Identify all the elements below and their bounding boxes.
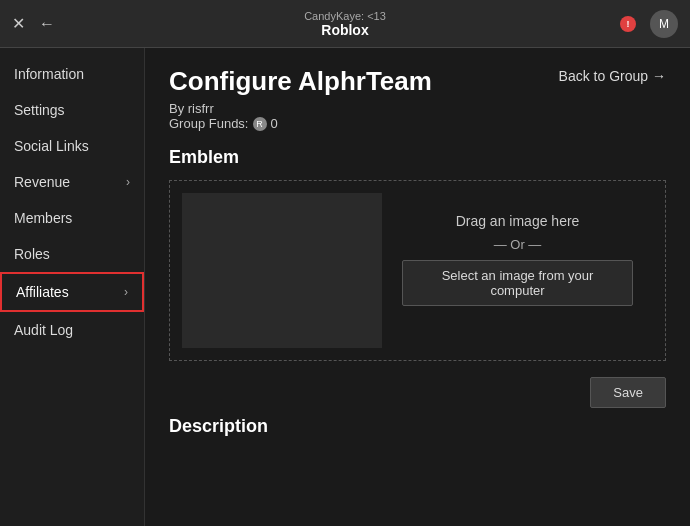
close-icon[interactable]: ✕ [12, 14, 25, 33]
sidebar-item-affiliates[interactable]: Affiliates › [0, 272, 144, 312]
sidebar-item-information[interactable]: Information [0, 56, 144, 92]
robux-icon: R [253, 117, 267, 131]
description-section: Description [169, 416, 666, 437]
author-label: By risfrr [169, 101, 666, 116]
chevron-right-icon: › [126, 175, 130, 189]
save-area: Save [169, 377, 666, 408]
save-button[interactable]: Save [590, 377, 666, 408]
main-layout: Information Settings Social Links Revenu… [0, 48, 690, 526]
content-area: Back to Group → Configure AlphrTeam By r… [145, 48, 690, 526]
top-bar-left: ✕ ← [12, 14, 55, 33]
notification-badge: ! [620, 16, 636, 32]
back-to-group-link[interactable]: Back to Group → [559, 68, 666, 84]
sidebar-item-roles[interactable]: Roles [0, 236, 144, 272]
group-funds: Group Funds: R 0 [169, 116, 666, 131]
avatar: M [650, 10, 678, 38]
sidebar: Information Settings Social Links Revenu… [0, 48, 145, 526]
or-divider: — Or — [494, 237, 542, 252]
top-bar-right: ! M [620, 10, 678, 38]
app-name-label: Roblox [304, 22, 386, 38]
select-image-button[interactable]: Select an image from your computer [402, 260, 633, 306]
sidebar-item-social-links[interactable]: Social Links [0, 128, 144, 164]
top-bar: ✕ ← CandyKaye: <13 Roblox ! M [0, 0, 690, 48]
top-bar-title: CandyKaye: <13 Roblox [304, 10, 386, 38]
sidebar-item-members[interactable]: Members [0, 200, 144, 236]
drag-text: Drag an image here [456, 213, 580, 229]
sidebar-item-settings[interactable]: Settings [0, 92, 144, 128]
username-label: CandyKaye: <13 [304, 10, 386, 22]
group-funds-label: Group Funds: [169, 116, 249, 131]
emblem-container: Drag an image here — Or — Select an imag… [169, 180, 666, 361]
description-section-title: Description [169, 416, 666, 437]
emblem-upload-area: Drag an image here — Or — Select an imag… [382, 193, 653, 326]
back-icon[interactable]: ← [39, 15, 55, 33]
chevron-right-icon-affiliates: › [124, 285, 128, 299]
emblem-preview [182, 193, 382, 348]
sidebar-item-revenue[interactable]: Revenue › [0, 164, 144, 200]
sidebar-item-audit-log[interactable]: Audit Log [0, 312, 144, 348]
emblem-section-title: Emblem [169, 147, 666, 168]
group-funds-value: 0 [271, 116, 278, 131]
